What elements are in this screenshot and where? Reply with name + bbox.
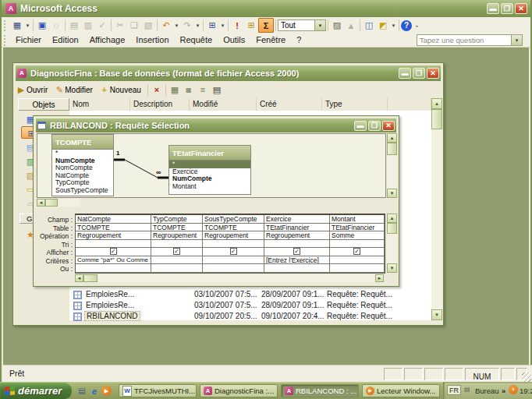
run-icon[interactable]: ! <box>230 19 244 32</box>
menu-insertion[interactable]: Insertion <box>130 34 174 47</box>
grid-operation-cell[interactable]: Somme <box>330 231 385 240</box>
grid-operation-cell[interactable]: Regroupement <box>151 231 203 240</box>
db-maximize-button[interactable]: ❐ <box>413 68 425 79</box>
language-options-icon[interactable]: ▤ <box>464 386 472 394</box>
scroll-down-icon[interactable]: ▼ <box>387 189 397 198</box>
column-nom[interactable]: Nom <box>69 98 130 111</box>
delete-icon[interactable]: × <box>150 83 164 97</box>
view-design-icon[interactable]: ▦ <box>10 19 24 32</box>
properties-icon[interactable]: ▨ <box>330 19 344 32</box>
list-view-icon[interactable]: ≡ <box>196 83 210 97</box>
db-row-1[interactable]: EmploiesRe... 03/10/2007 07:5... 28/09/2… <box>69 290 431 301</box>
language-indicator[interactable]: FR <box>447 385 461 395</box>
query-minimize-button[interactable]: ▬ <box>354 121 367 131</box>
grid-ou-cell[interactable] <box>264 264 330 273</box>
new-object-icon[interactable]: ◩ <box>376 19 390 32</box>
task-diagnosticfina[interactable]: A DiagnosticFina :... <box>200 384 278 397</box>
db-vscrollbar[interactable]: ▲ ▼ <box>431 98 442 320</box>
print-preview-icon[interactable]: ▥ <box>81 19 95 32</box>
top-values-combo[interactable]: Tout ▼ <box>278 19 326 31</box>
new-object-dropdown-icon[interactable]: ▼ <box>390 19 397 32</box>
scroll-up-icon[interactable]: ▲ <box>431 98 442 109</box>
table-tetatfinancier[interactable]: TEtatFinancier * Exercice NumCompte Mont… <box>168 145 251 195</box>
main-titlebar[interactable]: A Microsoft Access ▬ ❐ ✕ <box>2 0 530 17</box>
afficher-checkbox[interactable]: ✓ <box>293 248 300 255</box>
grid-criteres-cell[interactable] <box>151 256 203 265</box>
column-modifie[interactable]: Modifié <box>190 98 257 111</box>
large-icons-icon[interactable]: ▦ <box>168 83 182 97</box>
grid-ou-cell[interactable] <box>76 264 151 273</box>
objects-header[interactable]: Objets <box>18 98 69 111</box>
scroll-up-icon[interactable]: ▲ <box>387 133 397 143</box>
grid-champ-cell[interactable]: SousTypeCompte <box>203 215 264 224</box>
task-word-doc[interactable]: W TFCJivesMUTHI... <box>119 384 197 397</box>
maximize-button[interactable]: ❐ <box>501 3 513 14</box>
grid-operation-cell[interactable]: Regroupement <box>264 231 330 240</box>
column-type[interactable]: Type <box>322 98 388 111</box>
grid-vthumb[interactable] <box>387 223 397 234</box>
menubar-handle[interactable] <box>4 35 8 46</box>
small-icons-icon[interactable]: ▦ <box>182 83 196 97</box>
diagram-vthumb[interactable] <box>387 143 397 155</box>
grid-tri-cell[interactable] <box>76 240 151 249</box>
query-type-dropdown-icon[interactable]: ▼ <box>219 19 226 32</box>
grid-criteres-cell[interactable] <box>330 256 385 265</box>
clock[interactable]: 19:29 <box>520 387 532 395</box>
print-icon[interactable]: ▤ <box>67 19 81 32</box>
menu-requete[interactable]: Requête <box>175 34 218 47</box>
show-table-icon[interactable]: ⊞ <box>244 19 258 32</box>
help-icon[interactable]: ? <box>401 20 412 31</box>
ie-icon[interactable]: e <box>89 386 100 396</box>
grid-hscrollbar[interactable]: ◄ ► <box>75 274 384 282</box>
toolbar-overflow-icon[interactable]: » <box>502 387 505 395</box>
grid-criteres-cell[interactable]: [Entrez l'Exercice] <box>264 256 330 265</box>
grid-champ-cell[interactable]: NatCompte <box>76 215 151 224</box>
minimize-button[interactable]: ▬ <box>487 3 499 14</box>
db-row-selected[interactable]: RBILANCOND 09/10/2007 20:5... 09/10/2007… <box>69 312 431 323</box>
grid-tri-cell[interactable] <box>151 240 203 249</box>
grid-champ-cell[interactable]: TypCompte <box>151 215 203 224</box>
task-media-player[interactable]: ▶ Lecteur Window... <box>362 384 440 397</box>
menu-edition[interactable]: Edition <box>47 34 84 47</box>
menu-fichier[interactable]: Fichier <box>10 34 47 47</box>
hide-icons-icon[interactable]: ‹ <box>509 385 518 394</box>
media-player-icon[interactable]: ▶ <box>101 386 112 396</box>
show-desktop-icon[interactable]: ▤ <box>76 386 87 396</box>
database-window-icon[interactable]: ◫ <box>362 19 376 32</box>
db-scroll-thumb[interactable] <box>431 109 442 129</box>
redo-icon[interactable]: ↷ <box>180 19 194 32</box>
column-description[interactable]: Description <box>130 98 190 111</box>
modify-button[interactable]: Modifier <box>65 86 93 94</box>
totals-icon[interactable]: Σ <box>258 18 274 33</box>
grid-ou-cell[interactable] <box>203 264 264 273</box>
db-minimize-button[interactable]: ▬ <box>399 68 411 79</box>
menu-affichage[interactable]: Affichage <box>84 34 131 47</box>
scroll-right-icon[interactable]: ► <box>375 274 384 282</box>
query-titlebar[interactable]: RBILANCOND : Requête Sélection ▬ ❐ ✕ <box>36 118 396 132</box>
scroll-down-icon[interactable]: ▼ <box>431 309 442 320</box>
scroll-down-icon[interactable]: ▼ <box>387 263 397 273</box>
grid-operation-cell[interactable]: Regroupement <box>203 231 264 240</box>
scroll-up-icon[interactable]: ▲ <box>387 214 397 223</box>
query-maximize-button[interactable]: ❐ <box>368 121 381 131</box>
paste-icon[interactable]: ▧ <box>141 19 155 32</box>
grid-champ-cell[interactable]: Exercice <box>264 215 330 224</box>
start-button[interactable]: démarrer <box>0 382 72 399</box>
grid-table-cell[interactable]: TCOMPTE <box>203 224 264 232</box>
copy-icon[interactable]: ❏ <box>127 19 141 32</box>
spelling-icon[interactable]: ✓ <box>95 19 109 32</box>
undo-icon[interactable]: ↶ <box>159 19 173 32</box>
save-icon[interactable]: ▣ <box>35 19 49 32</box>
details-view-icon[interactable]: ▤ <box>210 83 224 97</box>
scroll-left-icon[interactable]: ◄ <box>37 199 45 207</box>
file-search-icon[interactable]: ◌ <box>49 19 63 32</box>
desktop-toolbar-label[interactable]: Bureau <box>475 387 499 395</box>
db-titlebar[interactable]: A DiagnosticFina : Base de données (form… <box>16 65 441 81</box>
afficher-checkbox[interactable]: ✓ <box>230 248 237 255</box>
afficher-checkbox[interactable]: ✓ <box>110 248 117 255</box>
question-box[interactable]: Tapez une question ▼ <box>417 34 523 46</box>
resize-grip[interactable] <box>522 373 531 382</box>
build-icon[interactable]: ▲ <box>344 19 358 32</box>
new-button[interactable]: Nouveau <box>110 86 141 94</box>
grid-criteres-cell[interactable]: Comme "pa*" Ou Comme "ac*" <box>76 256 151 265</box>
